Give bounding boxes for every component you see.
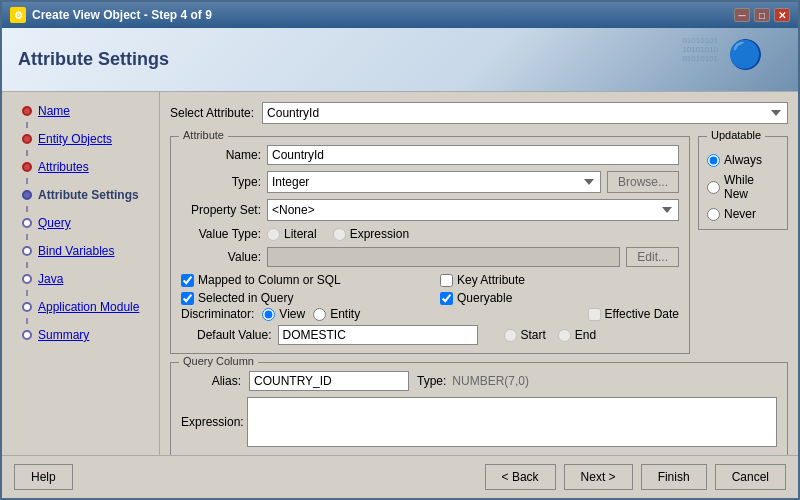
sidebar-item-bind-variables[interactable]: Bind Variables bbox=[2, 240, 159, 262]
name-label: Name: bbox=[181, 148, 261, 162]
key-attribute-checkbox[interactable] bbox=[440, 274, 453, 287]
default-value-row: Default Value: Start End bbox=[181, 325, 679, 345]
checkboxes-area: Mapped to Column or SQL Key Attribute Se… bbox=[181, 273, 679, 305]
never-radio[interactable] bbox=[707, 208, 720, 221]
mapped-checkbox[interactable] bbox=[181, 274, 194, 287]
sidebar-label-java: Java bbox=[38, 272, 63, 286]
sidebar-label-bind: Bind Variables bbox=[38, 244, 115, 258]
type-section: Type: NUMBER(7,0) bbox=[417, 374, 529, 388]
sidebar-label-name: Name bbox=[38, 104, 70, 118]
sidebar-item-attributes[interactable]: Attributes bbox=[2, 156, 159, 178]
while-new-label: While New bbox=[724, 173, 779, 201]
alias-label: Alias: bbox=[181, 374, 241, 388]
attribute-updatable-section: Attribute Name: Type: Integer Browse... bbox=[170, 136, 788, 354]
sidebar-item-query[interactable]: Query bbox=[2, 212, 159, 234]
property-set-row: Property Set: <None> bbox=[181, 199, 679, 221]
sidebar-dot-java bbox=[22, 274, 32, 284]
default-value-input[interactable] bbox=[278, 325, 478, 345]
type-label: Type: bbox=[417, 374, 446, 388]
attribute-group-title: Attribute bbox=[179, 129, 228, 141]
view-radio[interactable] bbox=[262, 308, 275, 321]
glasses-icon: 🔵 bbox=[728, 38, 778, 71]
value-type-label: Value Type: bbox=[181, 227, 261, 241]
property-set-select[interactable]: <None> bbox=[267, 199, 679, 221]
sidebar-item-summary[interactable]: Summary bbox=[2, 324, 159, 346]
selected-label: Selected in Query bbox=[198, 291, 293, 305]
expression-row: Expression: bbox=[181, 397, 777, 447]
discriminator-label: Discriminator: bbox=[181, 307, 254, 321]
sidebar-label-attr-settings: Attribute Settings bbox=[38, 188, 139, 202]
cancel-button[interactable]: Cancel bbox=[715, 464, 786, 490]
edit-button[interactable]: Edit... bbox=[626, 247, 679, 267]
browse-button[interactable]: Browse... bbox=[607, 171, 679, 193]
queryable-checkbox-item[interactable]: Queryable bbox=[440, 291, 679, 305]
alias-row: Alias: Type: NUMBER(7,0) bbox=[181, 371, 777, 391]
name-input[interactable] bbox=[267, 145, 679, 165]
window-icon: ⚙ bbox=[10, 7, 26, 23]
effective-date-checkbox-item[interactable]: Effective Date bbox=[588, 307, 679, 321]
while-new-radio-item[interactable]: While New bbox=[707, 173, 779, 201]
expression-label: Expression bbox=[350, 227, 409, 241]
query-column-title: Query Column bbox=[179, 355, 258, 367]
sidebar-item-name[interactable]: Name bbox=[2, 100, 159, 122]
literal-label: Literal bbox=[284, 227, 317, 241]
updatable-group-box: Updatable Always While New Never bbox=[698, 136, 788, 230]
sidebar-label-entity: Entity Objects bbox=[38, 132, 112, 146]
property-set-label: Property Set: bbox=[181, 203, 261, 217]
sidebar-item-application-module[interactable]: Application Module bbox=[2, 296, 159, 318]
sidebar-label-appmodule: Application Module bbox=[38, 300, 139, 314]
title-bar: ⚙ Create View Object - Step 4 of 9 ─ □ ✕ bbox=[2, 2, 798, 28]
entity-radio[interactable] bbox=[313, 308, 326, 321]
sidebar-dot-attr-settings bbox=[22, 190, 32, 200]
queryable-checkbox[interactable] bbox=[440, 292, 453, 305]
always-radio[interactable] bbox=[707, 154, 720, 167]
key-attribute-label: Key Attribute bbox=[457, 273, 525, 287]
value-row: Value: Edit... bbox=[181, 247, 679, 267]
entity-radio-item[interactable]: Entity bbox=[313, 307, 360, 321]
end-radio-item[interactable]: End bbox=[558, 328, 596, 342]
end-radio[interactable] bbox=[558, 329, 571, 342]
selected-checkbox[interactable] bbox=[181, 292, 194, 305]
sidebar-item-entity-objects[interactable]: Entity Objects bbox=[2, 128, 159, 150]
back-button[interactable]: < Back bbox=[485, 464, 556, 490]
sidebar-item-java[interactable]: Java bbox=[2, 268, 159, 290]
default-value-label: Default Value: bbox=[197, 328, 272, 342]
help-button[interactable]: Help bbox=[14, 464, 73, 490]
select-attribute-dropdown[interactable]: CountryId bbox=[262, 102, 788, 124]
start-label: Start bbox=[521, 328, 546, 342]
type-select[interactable]: Integer bbox=[267, 171, 601, 193]
while-new-radio[interactable] bbox=[707, 181, 720, 194]
never-radio-item[interactable]: Never bbox=[707, 207, 779, 221]
sidebar-label-summary: Summary bbox=[38, 328, 89, 342]
entity-label: Entity bbox=[330, 307, 360, 321]
sidebar-dot-entity bbox=[22, 134, 32, 144]
window-title: Create View Object - Step 4 of 9 bbox=[32, 8, 212, 22]
next-button[interactable]: Next > bbox=[564, 464, 633, 490]
close-button[interactable]: ✕ bbox=[774, 8, 790, 22]
expression-textarea[interactable] bbox=[247, 397, 777, 447]
minimize-button[interactable]: ─ bbox=[734, 8, 750, 22]
selected-checkbox-item[interactable]: Selected in Query bbox=[181, 291, 420, 305]
footer-right-buttons: < Back Next > Finish Cancel bbox=[485, 464, 786, 490]
view-radio-item[interactable]: View bbox=[262, 307, 305, 321]
finish-button[interactable]: Finish bbox=[641, 464, 707, 490]
expression-radio[interactable] bbox=[333, 228, 346, 241]
discriminator-row: Discriminator: View Entity Effectiv bbox=[181, 307, 679, 321]
expression-radio-item[interactable]: Expression bbox=[333, 227, 409, 241]
always-radio-item[interactable]: Always bbox=[707, 153, 779, 167]
alias-input[interactable] bbox=[249, 371, 409, 391]
value-type-radios: Literal Expression bbox=[267, 227, 409, 241]
attribute-type-row: Type: Integer Browse... bbox=[181, 171, 679, 193]
value-label: Value: bbox=[181, 250, 261, 264]
attribute-group-box: Attribute Name: Type: Integer Browse... bbox=[170, 136, 690, 354]
literal-radio-item[interactable]: Literal bbox=[267, 227, 317, 241]
maximize-button[interactable]: □ bbox=[754, 8, 770, 22]
key-attribute-checkbox-item[interactable]: Key Attribute bbox=[440, 273, 679, 287]
literal-radio[interactable] bbox=[267, 228, 280, 241]
mapped-checkbox-item[interactable]: Mapped to Column or SQL bbox=[181, 273, 420, 287]
sidebar-dot-name bbox=[22, 106, 32, 116]
start-radio-item[interactable]: Start bbox=[504, 328, 546, 342]
start-radio[interactable] bbox=[504, 329, 517, 342]
expression-label: Expression: bbox=[181, 415, 241, 429]
effective-date-checkbox[interactable] bbox=[588, 308, 601, 321]
